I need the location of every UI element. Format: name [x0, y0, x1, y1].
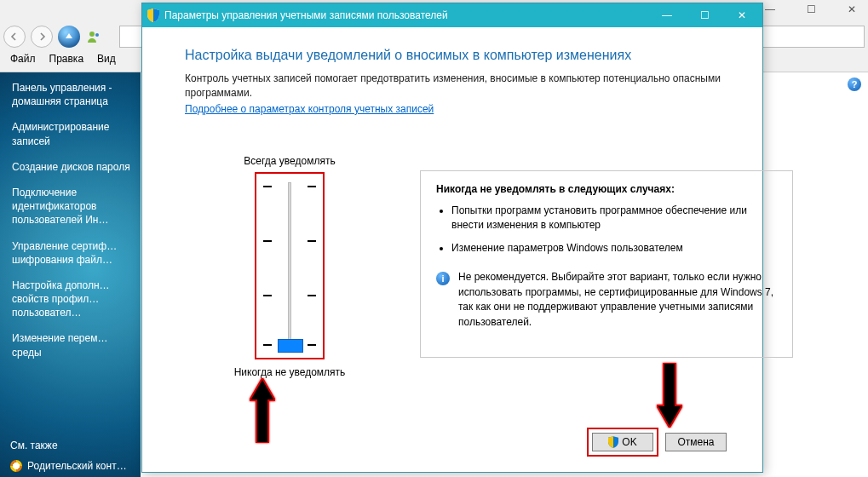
sidebar-link-create-disk[interactable]: Создание дисков пароля — [12, 160, 132, 174]
sidebar-link-connect-ids[interactable]: Подключение идентификаторов пользователе… — [12, 186, 132, 227]
bg-maximize-button[interactable]: ☐ — [796, 1, 825, 18]
sidebar-link-home[interactable]: Панель управления - домашняя страница — [12, 81, 132, 108]
sidebar-link-parental[interactable]: Родительский конт… — [10, 460, 127, 472]
nav-up-button[interactable] — [58, 26, 80, 48]
shield-icon — [147, 9, 159, 22]
cancel-button[interactable]: Отмена — [665, 433, 727, 451]
menu-file[interactable]: Файл — [10, 53, 36, 65]
annotation-arrow-up — [250, 378, 272, 443]
info-icon: i — [436, 272, 450, 285]
slider-label-bottom: Никогда не уведомлять — [200, 366, 379, 378]
learn-more-link[interactable]: Подробнее о параметрах контроля учетных … — [185, 103, 434, 115]
ok-button-highlight: OK — [587, 428, 658, 457]
dialog-body: Настройка выдачи уведомлений о вносимых … — [142, 27, 762, 472]
button-row: OK Отмена — [587, 428, 727, 457]
background-toolbar — [3, 26, 102, 48]
background-menu: Файл Правка Вид — [10, 53, 116, 65]
background-window-controls: — ☐ ✕ — [756, 0, 868, 19]
menu-view[interactable]: Вид — [97, 53, 116, 65]
slider-highlight-box — [255, 172, 325, 359]
ok-button[interactable]: OK — [592, 433, 653, 451]
slider-label-top: Всегда уведомлять — [200, 155, 379, 167]
user-icon — [85, 28, 102, 45]
warning-text: Не рекомендуется. Выбирайте этот вариант… — [458, 270, 777, 330]
slider-zone: Всегда уведомлять Никогда не уведомлять — [200, 155, 379, 378]
sidebar-parental-label: Родительский конт… — [27, 460, 127, 472]
description-box: Никогда не уведомлять в следующих случая… — [420, 170, 793, 358]
ok-button-label: OK — [622, 436, 636, 448]
svg-point-0 — [89, 32, 95, 37]
dialog-titlebar[interactable]: Параметры управления учетными записями п… — [142, 3, 762, 27]
sidebar-link-manage-certs[interactable]: Управление сертиф… шифрования файл… — [12, 239, 132, 267]
dialog-intro-text: Контроль учетных записей помогает предот… — [185, 72, 727, 101]
description-item-1: Попытки программ установить программное … — [451, 204, 777, 233]
description-item-2: Изменение параметров Windows пользовател… — [451, 241, 777, 256]
bg-close-button[interactable]: ✕ — [837, 1, 866, 18]
dialog-minimize-button[interactable]: — — [648, 4, 686, 26]
menu-edit[interactable]: Правка — [49, 53, 84, 65]
slider-tick-3 — [256, 295, 323, 296]
uac-slider-track[interactable] — [288, 182, 291, 349]
description-title: Никогда не уведомлять в следующих случая… — [436, 183, 777, 195]
dialog-heading: Настройка выдачи уведомлений о вносимых … — [185, 48, 727, 63]
help-icon[interactable]: ? — [848, 78, 861, 91]
uac-slider-thumb[interactable] — [278, 339, 303, 353]
nav-back-button[interactable] — [3, 26, 26, 48]
slider-tick-1 — [256, 186, 323, 187]
sidebar-link-env-vars[interactable]: Изменение перем… среды — [12, 331, 132, 359]
sidebar-link-admin[interactable]: Администрирование записей — [12, 120, 132, 147]
annotation-arrow-down — [657, 363, 679, 428]
svg-point-1 — [95, 33, 99, 37]
shield-icon — [608, 436, 618, 448]
sidebar-see-also-label: См. также — [10, 440, 127, 451]
slider-tick-2 — [256, 240, 323, 242]
dialog-maximize-button[interactable]: ☐ — [686, 4, 723, 26]
dialog-close-button[interactable]: ✕ — [723, 4, 761, 26]
background-sidepanel: Панель управления - домашняя страница Ад… — [0, 72, 141, 477]
nav-forward-button[interactable] — [31, 26, 53, 48]
cancel-button-label: Отмена — [677, 436, 714, 448]
uac-dialog: Параметры управления учетными записями п… — [141, 3, 763, 473]
dialog-title: Параметры управления учетными записями п… — [164, 9, 643, 21]
sidebar-link-configure-profile[interactable]: Настройка дополн… свойств профил… пользо… — [12, 279, 132, 320]
flower-icon — [10, 460, 22, 472]
